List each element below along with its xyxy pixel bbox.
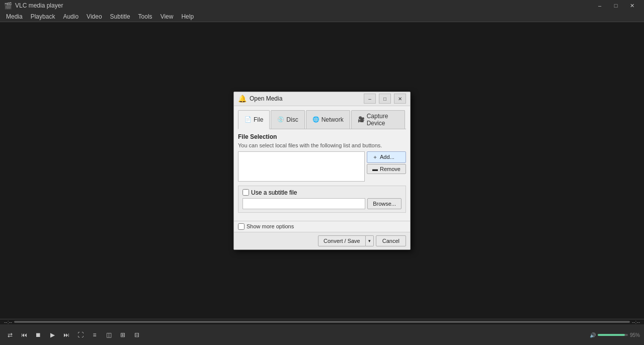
show-more-options-checkbox[interactable] bbox=[238, 223, 245, 230]
menu-tools[interactable]: Tools bbox=[134, 12, 156, 21]
file-selection-title: File Selection bbox=[238, 133, 406, 140]
volume-label: 95% bbox=[630, 332, 640, 338]
tab-disc-label: Disc bbox=[286, 116, 298, 123]
app-icon: 🎬 bbox=[4, 2, 12, 10]
bottom-bar: --:-- --:-- ⇄ ⏮ ⏹ ▶ ⏭ ⛶ ≡ ◫ ⊞ ⊟ 🔊 95% bbox=[0, 319, 644, 345]
remove-file-button[interactable]: ▬ Remove bbox=[367, 164, 406, 174]
subtitle-section: Use a subtitle file Browse... bbox=[238, 186, 406, 213]
file-list-buttons: ＋ Add... ▬ Remove bbox=[367, 151, 406, 182]
dialog-footer: Convert / Save ▾ Cancel bbox=[234, 232, 410, 249]
time-total: --:-- bbox=[632, 319, 640, 325]
shuffle-button[interactable]: ⇄ bbox=[4, 329, 16, 341]
open-media-dialog: 🔔 Open Media – □ ✕ 📄 File 💿 Disc bbox=[233, 92, 411, 250]
dialog-title-text: Open Media bbox=[250, 95, 361, 102]
title-bar-controls: – □ ✕ bbox=[592, 0, 640, 11]
dialog-body: 📄 File 💿 Disc 🌐 Network 🎥 Capture Device bbox=[234, 106, 410, 221]
disc-tab-icon: 💿 bbox=[277, 116, 284, 123]
subtitle-checkbox-row: Use a subtitle file bbox=[243, 189, 401, 196]
extended-settings-button[interactable]: ◫ bbox=[103, 329, 115, 341]
convert-save-button[interactable]: Convert / Save bbox=[318, 235, 366, 246]
minimize-button[interactable]: – bbox=[592, 0, 608, 11]
dialog-title-icon: 🔔 bbox=[238, 95, 247, 103]
volume-area: 🔊 95% bbox=[590, 332, 640, 338]
subtitle-checkbox[interactable] bbox=[243, 189, 249, 196]
dialog-close-button[interactable]: ✕ bbox=[394, 94, 406, 104]
progress-track[interactable] bbox=[14, 321, 630, 323]
convert-save-arrow[interactable]: ▾ bbox=[366, 235, 374, 246]
volume-bar[interactable] bbox=[598, 334, 628, 336]
volume-icon: 🔊 bbox=[590, 332, 596, 338]
tab-capture-label: Capture Device bbox=[367, 113, 398, 127]
dialog-maximize-button[interactable]: □ bbox=[379, 94, 391, 104]
play-button[interactable]: ▶ bbox=[46, 329, 58, 341]
file-tab-icon: 📄 bbox=[245, 116, 252, 123]
file-list[interactable] bbox=[238, 151, 365, 182]
tab-network[interactable]: 🌐 Network bbox=[306, 110, 350, 129]
dialog-overlay: 🔔 Open Media – □ ✕ 📄 File 💿 Disc bbox=[0, 22, 644, 319]
close-button[interactable]: ✕ bbox=[624, 0, 640, 11]
progress-bar-area: --:-- --:-- bbox=[0, 319, 644, 324]
add-icon: ＋ bbox=[372, 153, 378, 161]
playlist-button[interactable]: ≡ bbox=[89, 329, 101, 341]
fullscreen-button[interactable]: ⛶ bbox=[74, 329, 87, 341]
show-more-options-row: Show more options bbox=[234, 221, 410, 232]
file-selection-desc: You can select local files with the foll… bbox=[238, 142, 406, 148]
menu-help[interactable]: Help bbox=[177, 12, 198, 21]
subtitle-checkbox-label: Use a subtitle file bbox=[251, 189, 297, 196]
show-more-options-label: Show more options bbox=[247, 223, 294, 229]
maximize-button[interactable]: □ bbox=[608, 0, 624, 11]
controls-row: ⇄ ⏮ ⏹ ▶ ⏭ ⛶ ≡ ◫ ⊞ ⊟ 🔊 95% bbox=[0, 324, 644, 345]
tab-file[interactable]: 📄 File bbox=[238, 110, 270, 129]
remove-icon: ▬ bbox=[372, 166, 378, 172]
frame-button[interactable]: ⊟ bbox=[131, 329, 143, 341]
menu-audio[interactable]: Audio bbox=[59, 12, 83, 21]
dialog-minimize-button[interactable]: – bbox=[364, 94, 376, 104]
tab-capture[interactable]: 🎥 Capture Device bbox=[351, 110, 405, 129]
stop-button[interactable]: ⏹ bbox=[32, 329, 44, 341]
network-tab-icon: 🌐 bbox=[312, 116, 319, 123]
add-file-button[interactable]: ＋ Add... bbox=[367, 151, 406, 163]
browse-button[interactable]: Browse... bbox=[367, 198, 401, 209]
convert-save-group: Convert / Save ▾ bbox=[318, 235, 374, 246]
app-title: VLC media player bbox=[15, 2, 63, 9]
tab-bar: 📄 File 💿 Disc 🌐 Network 🎥 Capture Device bbox=[238, 110, 406, 129]
subtitle-input-row: Browse... bbox=[243, 198, 401, 209]
menu-video[interactable]: Video bbox=[83, 12, 106, 21]
time-elapsed: --:-- bbox=[4, 319, 12, 325]
menu-playback[interactable]: Playback bbox=[27, 12, 59, 21]
main-content: 🔔 Open Media – □ ✕ 📄 File 💿 Disc bbox=[0, 22, 644, 319]
tab-file-label: File bbox=[254, 116, 263, 123]
menu-view[interactable]: View bbox=[156, 12, 178, 21]
subtitle-file-input[interactable] bbox=[243, 198, 365, 209]
volume-fill bbox=[598, 334, 625, 336]
dialog-titlebar: 🔔 Open Media – □ ✕ bbox=[234, 92, 410, 106]
menu-media[interactable]: Media bbox=[2, 12, 27, 21]
file-list-area: ＋ Add... ▬ Remove bbox=[238, 151, 406, 182]
effects-button[interactable]: ⊞ bbox=[117, 329, 129, 341]
title-bar: 🎬 VLC media player – □ ✕ bbox=[0, 0, 644, 11]
tab-network-label: Network bbox=[321, 116, 344, 123]
menu-subtitle[interactable]: Subtitle bbox=[106, 12, 134, 21]
tab-disc[interactable]: 💿 Disc bbox=[271, 110, 304, 129]
menu-bar: Media Playback Audio Video Subtitle Tool… bbox=[0, 11, 644, 22]
next-button[interactable]: ⏭ bbox=[60, 329, 72, 341]
cancel-button[interactable]: Cancel bbox=[376, 235, 406, 246]
file-selection-section: File Selection You can select local file… bbox=[238, 133, 406, 182]
capture-tab-icon: 🎥 bbox=[358, 116, 365, 123]
prev-button[interactable]: ⏮ bbox=[18, 329, 30, 341]
